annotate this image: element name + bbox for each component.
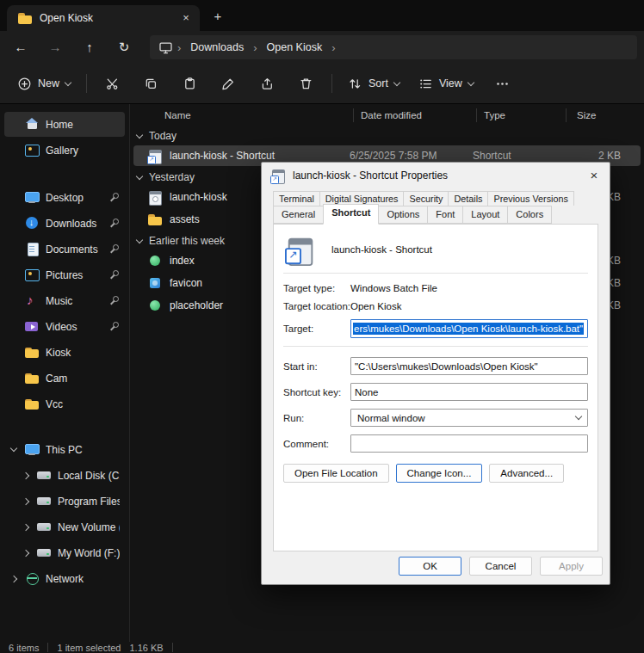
sort-button[interactable]: Sort [339, 70, 408, 97]
column-header-name[interactable]: Name [130, 108, 353, 122]
drive-icon [36, 468, 52, 483]
copy-button[interactable] [133, 70, 170, 97]
delete-button[interactable] [288, 70, 325, 97]
tab-colors[interactable]: Colors [507, 206, 552, 224]
column-header-type[interactable]: Type [476, 108, 566, 122]
copy-icon [144, 77, 158, 91]
sidebar-item-cam[interactable]: Cam [4, 366, 125, 391]
up-button[interactable]: ↑ [76, 34, 103, 60]
sidebar-item-program-files-d[interactable]: Program Files (D:) [4, 489, 125, 514]
shortcut-key-label: Shortcut key: [283, 387, 350, 397]
sidebar-item-vcc[interactable]: Vcc [4, 391, 125, 416]
tab-layout[interactable]: Layout [462, 206, 508, 224]
advanced-button[interactable]: Advanced... [489, 464, 564, 483]
new-button[interactable]: New [9, 70, 79, 97]
sidebar-item-new-volume-e[interactable]: New Volume (E:) [4, 514, 125, 539]
address-bar[interactable]: › Downloads › Open Kiosk › [150, 35, 637, 59]
tab-previous-versions[interactable]: Previous Versions [487, 191, 573, 206]
chevron-right-icon[interactable] [22, 471, 29, 478]
drive-icon [36, 545, 52, 560]
rename-button[interactable] [210, 70, 247, 97]
back-button[interactable]: ← [7, 34, 34, 60]
tab-security[interactable]: Security [403, 191, 449, 206]
drive-icon [36, 494, 52, 508]
run-dropdown[interactable]: Normal window [350, 409, 588, 427]
html-file-icon [147, 254, 163, 268]
column-header-date-modified[interactable]: Date modified [353, 108, 476, 122]
sidebar-item-local-disk-c[interactable]: Local Disk (C:) [4, 463, 125, 488]
command-bar: New [0, 64, 644, 104]
forward-button[interactable]: → [41, 34, 69, 60]
chevron-down-icon[interactable] [10, 445, 17, 452]
tab-shortcut[interactable]: Shortcut [323, 204, 379, 225]
comment-input[interactable] [350, 434, 588, 453]
open-file-location-button[interactable]: Open File Location [283, 464, 389, 483]
network-icon [24, 571, 40, 586]
collapse-chevron-icon[interactable] [136, 131, 143, 138]
shortcut-file-icon-large [285, 235, 318, 264]
sidebar-item-kiosk[interactable]: Kiosk [4, 340, 125, 365]
paste-button[interactable] [171, 70, 208, 97]
sidebar-item-this-pc[interactable]: This PC [4, 437, 125, 462]
chevron-down-icon [468, 78, 474, 85]
sidebar-item-documents[interactable]: Documents [4, 237, 125, 262]
ok-button[interactable]: OK [399, 557, 461, 576]
dialog-close-icon[interactable]: × [582, 165, 606, 186]
sidebar-item-downloads[interactable]: Downloads [4, 211, 125, 236]
column-header-size[interactable]: Size [566, 108, 640, 122]
target-location-label: Target location: [283, 301, 350, 311]
target-input[interactable]: ers\mukes\Downloads\Open Kiosk\launch-ki… [350, 319, 588, 338]
navigation-bar: ← → ↑ ↻ › Downloads › Open Kiosk › [0, 31, 644, 64]
title-bar: Open Kiosk × + [0, 0, 644, 31]
sidebar-item-videos[interactable]: Videos [4, 314, 125, 339]
group-header-today[interactable]: Today [130, 126, 644, 145]
sidebar-item-my-world-f[interactable]: My World (F:) [4, 540, 125, 565]
folder-icon [24, 345, 40, 360]
apply-button[interactable]: Apply [540, 557, 603, 576]
dialog-tabs: Terminal Digital Signatures Security Det… [262, 188, 610, 224]
tab-close-icon[interactable]: × [177, 9, 195, 27]
pin-icon [108, 269, 120, 280]
sidebar-item-pictures[interactable]: Pictures [4, 262, 125, 287]
cut-button[interactable] [94, 70, 131, 97]
change-icon-button[interactable]: Change Icon... [396, 464, 483, 483]
chevron-right-icon[interactable] [22, 497, 29, 504]
sidebar-item-desktop[interactable]: Desktop [4, 185, 125, 210]
tab-terminal[interactable]: Terminal [273, 191, 320, 206]
tab-general[interactable]: General [273, 206, 324, 224]
new-tab-button[interactable]: + [207, 5, 229, 28]
downloads-icon [24, 216, 40, 231]
tab-options[interactable]: Options [378, 206, 428, 224]
tab-details[interactable]: Details [448, 191, 488, 206]
collapse-chevron-icon[interactable] [136, 172, 143, 179]
cancel-button[interactable]: Cancel [469, 557, 532, 576]
chevron-down-icon [393, 78, 400, 85]
videos-icon [24, 319, 40, 334]
documents-icon [24, 242, 40, 256]
view-button[interactable]: View [410, 70, 482, 97]
target-selected-text: ers\mukes\Downloads\Open Kiosk\launch-ki… [353, 323, 584, 335]
explorer-tab[interactable]: Open Kiosk × [7, 5, 200, 31]
chevron-right-icon[interactable] [22, 549, 29, 556]
more-options-button[interactable] [484, 70, 521, 97]
shortcut-tab-panel: launch-kiosk - Shortcut Target type: Win… [273, 224, 598, 551]
chevron-right-icon[interactable] [22, 523, 29, 530]
shortcut-key-input[interactable] [350, 383, 588, 401]
plus-circle-icon [17, 77, 32, 91]
start-in-input[interactable] [350, 357, 588, 375]
sidebar-item-network[interactable]: Network [4, 566, 125, 591]
sidebar-item-home[interactable]: Home [4, 112, 125, 137]
sidebar-item-gallery[interactable]: Gallery [4, 138, 125, 163]
chevron-right-icon[interactable] [10, 575, 17, 582]
pin-icon [108, 192, 120, 203]
chevron-down-icon [65, 78, 71, 85]
target-location-value: Open Kiosk [350, 301, 401, 311]
sidebar-item-music[interactable]: Music [4, 288, 125, 313]
breadcrumb-open-kiosk[interactable]: Open Kiosk [262, 40, 328, 55]
refresh-button[interactable]: ↻ [110, 34, 138, 60]
share-button[interactable] [249, 70, 286, 97]
breadcrumb-downloads[interactable]: Downloads [185, 40, 249, 55]
collapse-chevron-icon[interactable] [136, 236, 143, 243]
selection-count: 1 item selected [57, 643, 121, 653]
tab-font[interactable]: Font [427, 206, 463, 224]
